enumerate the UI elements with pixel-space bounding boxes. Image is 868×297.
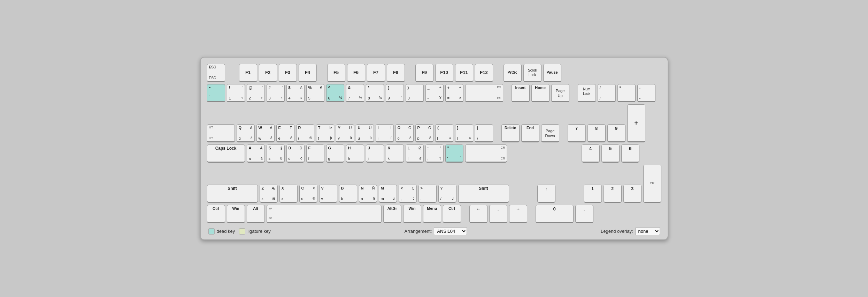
key-space[interactable]: SP SP [267, 205, 382, 223]
key-win-right[interactable]: Win [403, 205, 421, 223]
key-tab[interactable]: HT HT [207, 124, 235, 142]
key-comma[interactable]: < Ç , ç [399, 185, 417, 203]
key-shift-left[interactable]: Shift [207, 185, 258, 203]
key-pagedown[interactable]: PageDown [541, 124, 559, 142]
key-num6[interactable]: 6 [621, 144, 639, 163]
key-f1[interactable]: F1 [239, 64, 257, 82]
key-p[interactable]: P Ö p ö [415, 124, 433, 142]
key-8[interactable]: * 8 ¾ [366, 84, 384, 102]
key-2[interactable]: @ 2 2 ² [247, 84, 265, 102]
key-esc[interactable]: ESC ESC [207, 64, 225, 82]
key-num4[interactable]: 4 [582, 144, 600, 163]
key-backtick[interactable]: ~ ` [207, 84, 225, 102]
key-numlock[interactable]: NumLock [578, 84, 596, 102]
key-b[interactable]: B b [339, 185, 357, 203]
key-period[interactable]: > . [418, 185, 437, 203]
key-enter[interactable]: CR CR [465, 144, 507, 163]
key-5[interactable]: % € 5 [306, 84, 324, 102]
key-numpad-plus[interactable]: + [627, 104, 645, 142]
key-home[interactable]: Home [531, 84, 550, 102]
key-semicolon[interactable]: : ° ; ¶ [425, 144, 444, 163]
key-alt-left[interactable]: Alt [247, 205, 265, 223]
key-up[interactable]: ↑ [537, 185, 555, 203]
key-f3[interactable]: F3 [279, 64, 297, 82]
key-h[interactable]: H h [346, 144, 364, 163]
key-o[interactable]: O Ó o ó [395, 124, 414, 142]
key-backslash[interactable]: | \ [475, 124, 493, 142]
key-e[interactable]: E É e é [276, 124, 294, 142]
key-win-left[interactable]: Win [227, 205, 245, 223]
key-numpad-minus[interactable]: - - [637, 84, 655, 102]
key-z[interactable]: Z Æ z æ [260, 185, 278, 203]
key-0[interactable]: ) 0 ' [406, 84, 424, 102]
key-num8[interactable]: 8 [587, 124, 606, 142]
key-w[interactable]: W Å w å [256, 124, 275, 142]
key-g[interactable]: G g [326, 144, 344, 163]
key-pageup[interactable]: PageUp [551, 84, 569, 102]
key-pause[interactable]: Pause [543, 64, 561, 82]
key-insert[interactable]: Insert [512, 84, 530, 102]
key-ctrl-left[interactable]: Ctrl [207, 205, 225, 223]
key-j[interactable]: J j [366, 144, 384, 163]
key-a[interactable]: A Á a á [247, 144, 265, 163]
key-9[interactable]: ( 9 ' [386, 84, 404, 102]
key-num0[interactable]: 0 [536, 205, 574, 223]
key-f5[interactable]: F5 [327, 64, 345, 82]
key-rbracket[interactable]: } ] » [455, 124, 473, 142]
key-minus[interactable]: _ ÷ - ¥ [425, 84, 444, 102]
key-l[interactable]: L Ø l ø [406, 144, 424, 163]
key-i[interactable]: I Í i í [376, 124, 394, 142]
key-left[interactable]: ← [469, 205, 487, 223]
key-s[interactable]: S § s ß [267, 144, 285, 163]
key-num5[interactable]: 5 [601, 144, 620, 163]
key-end[interactable]: End [521, 124, 539, 142]
legend-overlay-select[interactable]: none [635, 227, 660, 235]
key-ctrl-right[interactable]: Ctrl [443, 205, 461, 223]
key-f12[interactable]: F12 [475, 64, 493, 82]
key-numpad-dot[interactable]: . [575, 205, 593, 223]
key-quote[interactable]: " ¨ ' ´ [445, 144, 463, 163]
key-c[interactable]: C ¢ c © [299, 185, 317, 203]
key-d[interactable]: D Ð d ð [286, 144, 305, 163]
key-4[interactable]: $ £ 4 ¤ [286, 84, 305, 102]
key-num1[interactable]: 1 [584, 185, 602, 203]
key-f8[interactable]: F8 [387, 64, 405, 82]
key-x[interactable]: X x [279, 185, 298, 203]
key-num3[interactable]: 3 [623, 185, 642, 203]
key-equals[interactable]: + ÷ = × [445, 84, 463, 102]
key-slash[interactable]: ? / ¿ [438, 185, 456, 203]
key-f11[interactable]: F11 [455, 64, 473, 82]
key-t[interactable]: T Þ t þ [316, 124, 334, 142]
key-k[interactable]: K k [386, 144, 404, 163]
key-capslock[interactable]: Caps Lock [207, 144, 245, 163]
key-delete[interactable]: Delete [501, 124, 520, 142]
key-shift-right[interactable]: Shift [458, 185, 509, 203]
key-lbracket[interactable]: { [ « [435, 124, 453, 142]
key-1[interactable]: ! 1 1 ¹ i [227, 84, 245, 102]
key-n[interactable]: N Ñ n ñ [359, 185, 377, 203]
key-v[interactable]: V v [319, 185, 337, 203]
key-backspace[interactable]: BS BS [465, 84, 503, 102]
key-menu[interactable]: Menu [423, 205, 441, 223]
key-u[interactable]: U Ú u ú [356, 124, 374, 142]
arrangement-select[interactable]: ANSI104 [434, 227, 467, 235]
key-numpad-slash[interactable]: / / [598, 84, 616, 102]
key-num7[interactable]: 7 [568, 124, 586, 142]
key-m[interactable]: M m μ [379, 185, 397, 203]
key-altgr[interactable]: AltGr [383, 205, 401, 223]
key-f7[interactable]: F7 [367, 64, 385, 82]
key-down[interactable]: ↓ [489, 205, 507, 223]
key-f9[interactable]: F9 [415, 64, 433, 82]
key-f4[interactable]: F4 [299, 64, 317, 82]
key-num2[interactable]: 2 [604, 185, 622, 203]
key-right[interactable]: → [509, 205, 527, 223]
key-7[interactable]: & 7 ½ [346, 84, 364, 102]
key-f[interactable]: F f [306, 144, 324, 163]
key-q[interactable]: Q Ä q ä [237, 124, 255, 142]
key-y[interactable]: Y Ü y ü [336, 124, 354, 142]
key-6[interactable]: ^ 6 ¼ [326, 84, 344, 102]
key-f10[interactable]: F10 [435, 64, 453, 82]
key-3[interactable]: # 3 3 ³ [267, 84, 285, 102]
key-prtsc[interactable]: PrtSc [504, 64, 522, 82]
key-r[interactable]: R r ® [296, 124, 314, 142]
